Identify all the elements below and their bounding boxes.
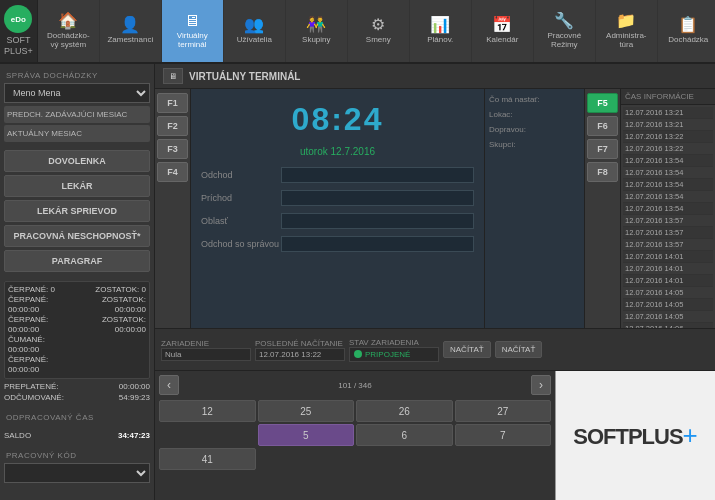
nav-item-dochadzka[interactable]: 📋 Dochádzka <box>658 0 715 62</box>
fkey-f4[interactable]: F4 <box>157 162 188 182</box>
right-label-1: Čo má nastať: <box>489 95 580 104</box>
key-empty-2 <box>258 448 355 470</box>
fkey-f7[interactable]: F7 <box>587 139 618 159</box>
lekar-sprevod-btn[interactable]: LEKÁR SPRIEVOD <box>4 200 150 222</box>
info-item: 12.07.2016 13:22 <box>623 131 713 143</box>
key-6[interactable]: 6 <box>356 424 453 446</box>
nacitat2-btn[interactable]: NAČÍTAŤ <box>495 341 543 358</box>
nav-item-planovanie[interactable]: 📊 Plánov. <box>410 0 472 62</box>
fkey-f2[interactable]: F2 <box>157 116 188 136</box>
key-12[interactable]: 12 <box>159 400 256 422</box>
fkey-f1[interactable]: F1 <box>157 93 188 113</box>
left-panel: SPRÁVA DOCHÁDZKY Meno Mena PREDCH. ZADÁV… <box>0 64 155 500</box>
logo-icon: eDo <box>4 5 32 33</box>
odcumovane-row: ODČUMOVANÉ: 54:99:23 <box>4 393 150 402</box>
keypad-left: ‹ 101 / 346 › 12 25 26 27 5 6 7 41 <box>155 371 555 500</box>
pracovny-kod-select[interactable] <box>4 463 150 483</box>
right-label-4: Skupcí: <box>489 140 580 149</box>
employee-select[interactable]: Meno Mena <box>4 83 150 103</box>
term-display: 08:24 utorok 12.7.2016 Odchod Príchod Ob… <box>191 89 484 328</box>
posledne-val: 12.07.2016 13:22 <box>255 348 345 361</box>
posledne-section: POSLEDNÉ NAČÍTANIE 12.07.2016 13:22 <box>255 339 345 361</box>
fkey-f5[interactable]: F5 <box>587 93 618 113</box>
key-empty-1 <box>159 424 256 446</box>
info-item: 12.07.2016 13:57 <box>623 239 713 251</box>
key-7[interactable]: 7 <box>455 424 552 446</box>
hours-row-7: 00:00:00 <box>8 345 146 354</box>
term-field-prichod: Príchod <box>201 190 474 206</box>
keypad-nav: ‹ 101 / 346 › <box>159 375 551 395</box>
term-val-odchod <box>281 167 474 183</box>
hours-row-8: ČERPANÉ: <box>8 355 146 364</box>
nav-item-virtual[interactable]: 🖥 Virtuálnyterminál <box>162 0 224 62</box>
vterm-title: VIRTUÁLNY TERMINÁL <box>189 71 300 82</box>
fkeys-left: F1 F2 F3 F4 <box>155 89 191 328</box>
nav-item-kalendar[interactable]: 📅 Kalendár <box>472 0 534 62</box>
info-item: 12.07.2016 14:01 <box>623 263 713 275</box>
predchadzajuci-btn[interactable]: PREDCH. ZADÁVAJÚCI MESIAC <box>4 106 150 123</box>
users-icon: 👥 <box>244 17 264 33</box>
hours-row-6: ČUMANÉ: <box>8 335 146 344</box>
info-item: 12.07.2016 13:21 <box>623 119 713 131</box>
hours-row-1: ČERPANÉ: 0 ZOSTATOK: 0 <box>8 285 146 294</box>
nav-item-evidencny[interactable]: 🏠 Dochádzko-vý systém <box>38 0 100 62</box>
list-icon: 📋 <box>678 17 698 33</box>
nav-item-administratura[interactable]: 📁 Administra-túra <box>596 0 658 62</box>
keypad-grid: 12 25 26 27 5 6 7 41 <box>159 400 551 494</box>
key-25[interactable]: 25 <box>258 400 355 422</box>
dovolenka-btn[interactable]: DOVOLENKA <box>4 150 150 172</box>
fkey-f8[interactable]: F8 <box>587 162 618 182</box>
vterm-icon: 🖥 <box>163 68 183 84</box>
info-item: 12.07.2016 13:22 <box>623 143 713 155</box>
right-label-2: Lokac: <box>489 110 580 119</box>
term-label-oblast: Oblasť <box>201 216 281 226</box>
info-list: 12.07.2016 13:2112.07.2016 13:2112.07.20… <box>621 105 715 328</box>
term-clock: 08:24 <box>201 101 474 138</box>
vterm-bottom: ZARIADENIE Nula POSLEDNÉ NAČÍTANIE 12.07… <box>155 328 715 370</box>
info-item: 12.07.2016 14:01 <box>623 275 713 287</box>
info-item: 12.07.2016 13:21 <box>623 107 713 119</box>
nacitat-btn[interactable]: NAČÍTAŤ <box>443 341 491 358</box>
keypad-next[interactable]: › <box>531 375 551 395</box>
home-icon: 🏠 <box>58 13 78 29</box>
key-empty-7 <box>356 472 453 494</box>
info-header: Čas informácie <box>621 89 715 105</box>
nav-item-pracovne[interactable]: 🔧 PracovnéRežimy <box>534 0 596 62</box>
pracovne-btn[interactable]: PRACOVNÁ NESCHOPNOSŤ* <box>4 225 150 247</box>
term-val-prichod <box>281 190 474 206</box>
calendar-icon: 📅 <box>492 17 512 33</box>
key-empty-3 <box>356 448 453 470</box>
gear-icon: ⚙ <box>371 17 385 33</box>
stav-status: PRIPOJENÉ <box>349 347 439 362</box>
nav-item-skupiny[interactable]: 👫 Skupiny <box>286 0 348 62</box>
nav-item-zamestnanci[interactable]: 👤 Zamestnanci <box>100 0 162 62</box>
key-26[interactable]: 26 <box>356 400 453 422</box>
fkey-f6[interactable]: F6 <box>587 116 618 136</box>
aktualny-btn[interactable]: AKTUÁLNY MESIAC <box>4 125 150 142</box>
posledne-label: POSLEDNÉ NAČÍTANIE <box>255 339 345 348</box>
term-date: utorok 12.7.2016 <box>201 146 474 157</box>
key-empty-8 <box>455 472 552 494</box>
key-41[interactable]: 41 <box>159 448 256 470</box>
fkey-f3[interactable]: F3 <box>157 139 188 159</box>
group-icon: 👫 <box>306 17 326 33</box>
key-5[interactable]: 5 <box>258 424 355 446</box>
paragraf-btn[interactable]: PARAGRAF <box>4 250 150 272</box>
key-27[interactable]: 27 <box>455 400 552 422</box>
keypad-nav-label: 101 / 346 <box>338 381 371 390</box>
pracovny-label: PRACOVNÝ KÓD <box>4 448 150 463</box>
odpracovany-label: ODPRACOVANÝ ČAS <box>4 410 150 425</box>
softplus-plus-icon: + <box>683 420 698 451</box>
keypad-prev[interactable]: ‹ <box>159 375 179 395</box>
hours-row-2: ČERPANÉ: ZOSTATOK: <box>8 295 146 304</box>
nav-item-smeny[interactable]: ⚙ Smeny <box>348 0 410 62</box>
info-item: 12.07.2016 14:05 <box>623 287 713 299</box>
info-item: 12.07.2016 13:54 <box>623 191 713 203</box>
info-item: 12.07.2016 14:05 <box>623 299 713 311</box>
hours-grid: ČERPANÉ: 0 ZOSTATOK: 0 ČERPANÉ: ZOSTATOK… <box>4 281 150 379</box>
zariadenie-val: Nula <box>161 348 251 361</box>
info-item: 12.07.2016 13:54 <box>623 155 713 167</box>
hours-row-3: 00:00:00 00:00:00 <box>8 305 146 314</box>
nav-item-uzivatel[interactable]: 👥 Užívatelia <box>224 0 286 62</box>
lekar-btn[interactable]: LEKÁR <box>4 175 150 197</box>
